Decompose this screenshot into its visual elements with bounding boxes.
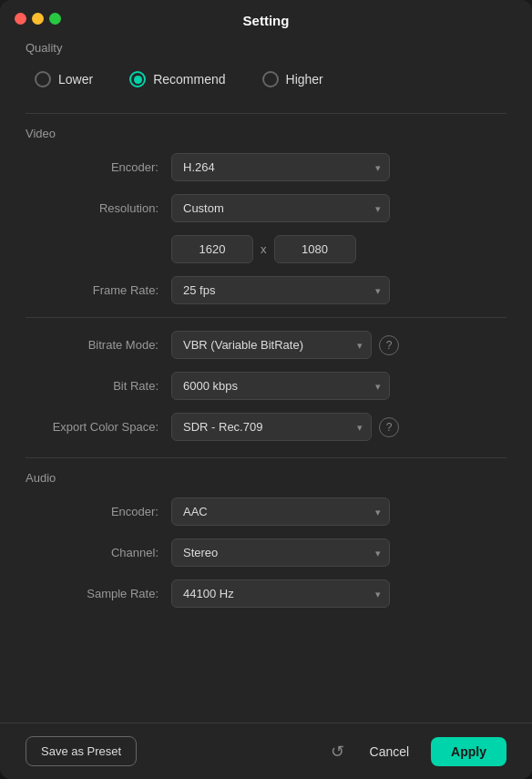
quality-higher-label: Higher <box>286 72 323 87</box>
quality-radio-group: Lower Recommend Higher <box>26 67 506 97</box>
quality-lower-radio[interactable] <box>35 71 51 87</box>
encoder-select[interactable]: H.264 H.265 ProRes <box>171 153 390 181</box>
bitrate-mode-help-icon[interactable]: ? <box>379 335 399 355</box>
quality-higher-radio[interactable] <box>262 71 279 87</box>
audio-encoder-select[interactable]: AAC MP3 <box>171 497 390 526</box>
frame-rate-select-wrapper: 25 fps 30 fps 60 fps ▾ <box>171 276 390 304</box>
channel-label: Channel: <box>26 546 171 559</box>
sample-rate-select-wrapper: 44100 Hz 48000 Hz ▾ <box>171 579 390 608</box>
color-space-select[interactable]: SDR - Rec.709 HDR - Rec.2020 <box>171 413 372 441</box>
bit-rate-row: Bit Rate: 6000 kbps 8000 kbps 12000 kbps… <box>26 372 506 400</box>
quality-higher-option[interactable]: Higher <box>262 71 323 87</box>
bit-rate-select[interactable]: 6000 kbps 8000 kbps 12000 kbps <box>171 372 390 400</box>
channel-select-wrapper: Stereo Mono ▾ <box>171 538 390 567</box>
resolution-input-row: x <box>26 235 506 263</box>
content-area: Quality Lower Recommend Higher Video <box>0 37 532 723</box>
audio-encoder-label: Encoder: <box>26 505 171 518</box>
window-title: Setting <box>243 13 290 28</box>
resolution-width-input[interactable] <box>171 235 253 263</box>
sample-rate-label: Sample Rate: <box>26 587 171 600</box>
resolution-label: Resolution: <box>26 201 171 215</box>
minimize-button[interactable] <box>32 13 44 25</box>
encoder-row: Encoder: H.264 H.265 ProRes ▾ <box>26 153 506 181</box>
audio-label: Audio <box>26 471 506 485</box>
divider-framerate-bitrate <box>26 317 506 318</box>
color-space-row: Export Color Space: SDR - Rec.709 HDR - … <box>26 413 506 441</box>
quality-section: Quality Lower Recommend Higher <box>26 41 506 97</box>
bitrate-mode-label: Bitrate Mode: <box>26 338 171 352</box>
save-preset-button[interactable]: Save as Preset <box>26 736 137 766</box>
encoder-label: Encoder: <box>26 160 171 174</box>
bit-rate-select-wrapper: 6000 kbps 8000 kbps 12000 kbps ▾ <box>171 372 390 400</box>
close-button[interactable] <box>15 13 26 25</box>
cancel-button[interactable]: Cancel <box>359 737 421 766</box>
channel-select[interactable]: Stereo Mono <box>171 538 390 567</box>
quality-recommend-label: Recommend <box>153 72 225 87</box>
resolution-select-wrapper: Custom 1920x1080 1280x720 ▾ <box>171 194 390 222</box>
apply-button[interactable]: Apply <box>431 737 506 766</box>
settings-window: Setting Quality Lower Recommend Higher <box>0 0 532 779</box>
resolution-select[interactable]: Custom 1920x1080 1280x720 <box>171 194 390 222</box>
channel-row: Channel: Stereo Mono ▾ <box>26 538 506 567</box>
maximize-button[interactable] <box>49 13 61 25</box>
frame-rate-row: Frame Rate: 25 fps 30 fps 60 fps ▾ <box>26 276 506 304</box>
resolution-x-separator: x <box>261 242 267 256</box>
frame-rate-label: Frame Rate: <box>26 283 171 297</box>
resolution-height-input[interactable] <box>274 235 356 263</box>
video-section: Video Encoder: H.264 H.265 ProRes ▾ Reso… <box>26 127 506 441</box>
video-label: Video <box>26 127 506 140</box>
sample-rate-row: Sample Rate: 44100 Hz 48000 Hz ▾ <box>26 579 506 608</box>
audio-section: Audio Encoder: AAC MP3 ▾ Channel: Stereo <box>26 471 506 608</box>
quality-label: Quality <box>26 41 506 55</box>
quality-lower-option[interactable]: Lower <box>35 71 93 87</box>
bitrate-mode-row: Bitrate Mode: VBR (Variable BitRate) CBR… <box>26 331 506 359</box>
bitrate-mode-select[interactable]: VBR (Variable BitRate) CBR (Constant Bit… <box>171 331 372 359</box>
divider-quality-video <box>26 113 506 114</box>
divider-video-audio <box>26 457 506 458</box>
audio-encoder-row: Encoder: AAC MP3 ▾ <box>26 497 506 526</box>
encoder-select-wrapper: H.264 H.265 ProRes ▾ <box>171 153 390 181</box>
audio-encoder-select-wrapper: AAC MP3 ▾ <box>171 497 390 526</box>
bit-rate-label: Bit Rate: <box>26 379 171 393</box>
resolution-dimensions: x <box>171 235 390 263</box>
footer: Save as Preset ↺ Cancel Apply <box>0 723 532 779</box>
quality-lower-label: Lower <box>58 72 93 87</box>
quality-recommend-option[interactable]: Recommend <box>129 71 225 87</box>
color-space-label: Export Color Space: <box>26 420 171 434</box>
color-space-help-icon[interactable]: ? <box>379 417 399 437</box>
footer-right: ↺ Cancel Apply <box>327 737 506 766</box>
title-bar: Setting <box>0 0 532 37</box>
bitrate-mode-select-wrapper: VBR (Variable BitRate) CBR (Constant Bit… <box>171 331 372 359</box>
color-space-select-wrapper: SDR - Rec.709 HDR - Rec.2020 ▾ <box>171 413 372 441</box>
reset-button[interactable]: ↺ <box>327 740 348 764</box>
frame-rate-select[interactable]: 25 fps 30 fps 60 fps <box>171 276 390 304</box>
sample-rate-select[interactable]: 44100 Hz 48000 Hz <box>171 579 390 608</box>
quality-recommend-radio[interactable] <box>129 71 146 87</box>
resolution-row: Resolution: Custom 1920x1080 1280x720 ▾ <box>26 194 506 222</box>
traffic-lights <box>15 13 61 25</box>
